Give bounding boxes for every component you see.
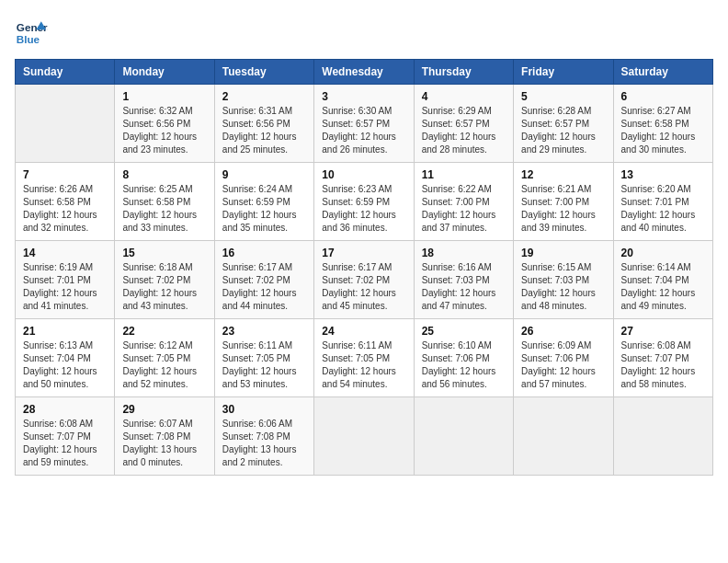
day-info: Sunrise: 6:29 AM Sunset: 6:57 PM Dayligh… [422, 105, 506, 156]
day-number: 19 [521, 247, 605, 259]
day-number: 11 [422, 168, 506, 181]
day-number: 16 [222, 247, 306, 259]
day-info: Sunrise: 6:07 AM Sunset: 7:08 PM Dayligh… [122, 418, 206, 469]
day-number: 3 [322, 90, 405, 103]
calendar-cell: 15Sunrise: 6:18 AM Sunset: 7:02 PM Dayli… [115, 241, 214, 319]
calendar-cell: 4Sunrise: 6:29 AM Sunset: 6:57 PM Daylig… [414, 85, 513, 163]
day-number: 12 [521, 168, 605, 181]
calendar-cell: 24Sunrise: 6:11 AM Sunset: 7:05 PM Dayli… [314, 319, 414, 397]
day-info: Sunrise: 6:17 AM Sunset: 7:02 PM Dayligh… [222, 261, 306, 313]
calendar-cell: 6Sunrise: 6:27 AM Sunset: 6:58 PM Daylig… [613, 85, 712, 163]
day-info: Sunrise: 6:21 AM Sunset: 7:00 PM Dayligh… [521, 183, 605, 235]
calendar-cell: 29Sunrise: 6:07 AM Sunset: 7:08 PM Dayli… [115, 397, 214, 476]
day-info: Sunrise: 6:22 AM Sunset: 7:00 PM Dayligh… [422, 183, 506, 235]
day-info: Sunrise: 6:24 AM Sunset: 6:59 PM Dayligh… [222, 183, 306, 235]
calendar-cell: 22Sunrise: 6:12 AM Sunset: 7:05 PM Dayli… [115, 319, 214, 397]
calendar-cell: 27Sunrise: 6:08 AM Sunset: 7:07 PM Dayli… [613, 319, 712, 397]
day-info: Sunrise: 6:11 AM Sunset: 7:05 PM Dayligh… [222, 339, 306, 391]
calendar-week-1: 1Sunrise: 6:32 AM Sunset: 6:56 PM Daylig… [16, 85, 713, 163]
day-info: Sunrise: 6:10 AM Sunset: 7:06 PM Dayligh… [422, 339, 506, 391]
header: General Blue [15, 15, 713, 48]
calendar-cell: 10Sunrise: 6:23 AM Sunset: 6:59 PM Dayli… [314, 163, 414, 241]
calendar-cell [514, 397, 613, 476]
weekday-header-sunday: Sunday [16, 60, 115, 85]
day-info: Sunrise: 6:09 AM Sunset: 7:06 PM Dayligh… [521, 339, 605, 391]
calendar-cell: 5Sunrise: 6:28 AM Sunset: 6:57 PM Daylig… [514, 85, 613, 163]
day-number: 20 [621, 247, 705, 259]
logo-icon: General Blue [15, 15, 48, 48]
weekday-header-friday: Friday [514, 60, 613, 85]
day-info: Sunrise: 6:19 AM Sunset: 7:01 PM Dayligh… [23, 261, 107, 313]
day-number: 7 [23, 168, 107, 181]
day-number: 13 [621, 168, 705, 181]
logo: General Blue [15, 15, 48, 48]
calendar-cell: 25Sunrise: 6:10 AM Sunset: 7:06 PM Dayli… [414, 319, 513, 397]
day-number: 22 [122, 325, 206, 338]
day-number: 17 [322, 247, 405, 259]
day-number: 14 [23, 247, 107, 259]
day-info: Sunrise: 6:08 AM Sunset: 7:07 PM Dayligh… [23, 418, 107, 469]
calendar-cell: 14Sunrise: 6:19 AM Sunset: 7:01 PM Dayli… [16, 241, 115, 319]
day-number: 2 [222, 90, 306, 103]
calendar-cell: 7Sunrise: 6:26 AM Sunset: 6:58 PM Daylig… [16, 163, 115, 241]
day-info: Sunrise: 6:28 AM Sunset: 6:57 PM Dayligh… [521, 105, 605, 156]
calendar-cell: 21Sunrise: 6:13 AM Sunset: 7:04 PM Dayli… [16, 319, 115, 397]
day-number: 1 [122, 90, 206, 103]
day-number: 30 [222, 403, 306, 416]
day-info: Sunrise: 6:14 AM Sunset: 7:04 PM Dayligh… [621, 261, 705, 313]
calendar-cell [16, 85, 115, 163]
calendar-cell: 17Sunrise: 6:17 AM Sunset: 7:02 PM Dayli… [314, 241, 414, 319]
weekday-header-row: SundayMondayTuesdayWednesdayThursdayFrid… [16, 60, 713, 85]
day-number: 9 [222, 168, 306, 181]
calendar-cell: 1Sunrise: 6:32 AM Sunset: 6:56 PM Daylig… [115, 85, 214, 163]
day-number: 4 [422, 90, 506, 103]
calendar-body: 1Sunrise: 6:32 AM Sunset: 6:56 PM Daylig… [16, 85, 713, 476]
day-info: Sunrise: 6:18 AM Sunset: 7:02 PM Dayligh… [122, 261, 206, 313]
day-number: 10 [322, 168, 405, 181]
calendar-cell: 9Sunrise: 6:24 AM Sunset: 6:59 PM Daylig… [214, 163, 313, 241]
day-info: Sunrise: 6:26 AM Sunset: 6:58 PM Dayligh… [23, 183, 107, 235]
calendar-cell: 8Sunrise: 6:25 AM Sunset: 6:58 PM Daylig… [115, 163, 214, 241]
weekday-header-tuesday: Tuesday [214, 60, 313, 85]
calendar-cell: 19Sunrise: 6:15 AM Sunset: 7:03 PM Dayli… [514, 241, 613, 319]
day-info: Sunrise: 6:06 AM Sunset: 7:08 PM Dayligh… [222, 418, 306, 469]
calendar-cell: 28Sunrise: 6:08 AM Sunset: 7:07 PM Dayli… [16, 397, 115, 476]
calendar-week-3: 14Sunrise: 6:19 AM Sunset: 7:01 PM Dayli… [16, 241, 713, 319]
calendar-cell [314, 397, 414, 476]
day-number: 27 [621, 325, 705, 338]
calendar-table: SundayMondayTuesdayWednesdayThursdayFrid… [15, 59, 713, 476]
day-info: Sunrise: 6:23 AM Sunset: 6:59 PM Dayligh… [322, 183, 405, 235]
calendar-week-4: 21Sunrise: 6:13 AM Sunset: 7:04 PM Dayli… [16, 319, 713, 397]
day-number: 8 [122, 168, 206, 181]
day-info: Sunrise: 6:31 AM Sunset: 6:56 PM Dayligh… [222, 105, 306, 156]
calendar-cell: 20Sunrise: 6:14 AM Sunset: 7:04 PM Dayli… [613, 241, 712, 319]
day-number: 21 [23, 325, 107, 338]
day-info: Sunrise: 6:32 AM Sunset: 6:56 PM Dayligh… [122, 105, 206, 156]
day-info: Sunrise: 6:25 AM Sunset: 6:58 PM Dayligh… [122, 183, 206, 235]
day-info: Sunrise: 6:16 AM Sunset: 7:03 PM Dayligh… [422, 261, 506, 313]
day-info: Sunrise: 6:13 AM Sunset: 7:04 PM Dayligh… [23, 339, 107, 391]
weekday-header-thursday: Thursday [414, 60, 513, 85]
day-number: 15 [122, 247, 206, 259]
day-info: Sunrise: 6:08 AM Sunset: 7:07 PM Dayligh… [621, 339, 705, 391]
day-number: 6 [621, 90, 705, 103]
day-info: Sunrise: 6:20 AM Sunset: 7:01 PM Dayligh… [621, 183, 705, 235]
day-number: 24 [322, 325, 405, 338]
day-info: Sunrise: 6:11 AM Sunset: 7:05 PM Dayligh… [322, 339, 405, 391]
calendar-cell: 16Sunrise: 6:17 AM Sunset: 7:02 PM Dayli… [214, 241, 313, 319]
day-info: Sunrise: 6:27 AM Sunset: 6:58 PM Dayligh… [621, 105, 705, 156]
calendar-cell [414, 397, 513, 476]
calendar-cell: 11Sunrise: 6:22 AM Sunset: 7:00 PM Dayli… [414, 163, 513, 241]
day-number: 18 [422, 247, 506, 259]
calendar-cell: 13Sunrise: 6:20 AM Sunset: 7:01 PM Dayli… [613, 163, 712, 241]
calendar-header: SundayMondayTuesdayWednesdayThursdayFrid… [16, 60, 713, 85]
day-info: Sunrise: 6:15 AM Sunset: 7:03 PM Dayligh… [521, 261, 605, 313]
calendar-cell [613, 397, 712, 476]
calendar-cell: 26Sunrise: 6:09 AM Sunset: 7:06 PM Dayli… [514, 319, 613, 397]
day-number: 5 [521, 90, 605, 103]
day-number: 23 [222, 325, 306, 338]
day-info: Sunrise: 6:30 AM Sunset: 6:57 PM Dayligh… [322, 105, 405, 156]
calendar-cell: 2Sunrise: 6:31 AM Sunset: 6:56 PM Daylig… [214, 85, 313, 163]
weekday-header-saturday: Saturday [613, 60, 712, 85]
svg-text:Blue: Blue [17, 33, 40, 45]
